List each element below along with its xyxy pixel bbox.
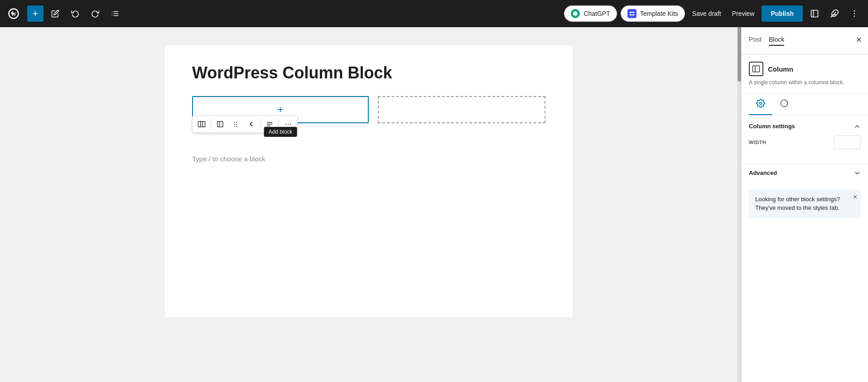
block-name: Column xyxy=(768,65,793,73)
svg-point-31 xyxy=(288,124,289,125)
column-settings-header[interactable]: Column settings xyxy=(749,123,861,130)
save-draft-button[interactable]: Save draft xyxy=(689,10,725,17)
right-panel: Post Block Column A single col xyxy=(741,27,868,382)
template-kits-button[interactable]: Template Kits xyxy=(621,5,685,22)
close-icon xyxy=(855,36,863,43)
template-kits-icon xyxy=(627,9,637,18)
plugins-button[interactable] xyxy=(826,5,843,22)
editor-canvas: WordPress Column Block + Add block Type … xyxy=(165,45,573,317)
top-toolbar: W + xyxy=(0,0,868,27)
svg-point-29 xyxy=(236,126,237,126)
notification-box: Looking for other block settings? They'v… xyxy=(749,189,861,218)
plugins-icon xyxy=(830,9,839,18)
edit-button[interactable] xyxy=(47,5,63,22)
undo-icon xyxy=(71,10,79,18)
svg-point-37 xyxy=(760,102,762,104)
svg-text:W: W xyxy=(11,11,17,17)
svg-point-26 xyxy=(234,124,235,125)
toolbar-divider-2 xyxy=(260,119,260,130)
columns-view-button[interactable] xyxy=(194,117,209,131)
svg-point-18 xyxy=(854,16,855,17)
list-view-button[interactable] xyxy=(107,5,123,22)
block-info: Column A single column within a columns … xyxy=(742,54,868,94)
type-hint: Type / to choose a block xyxy=(192,155,545,163)
panel-header: Post Block xyxy=(742,27,868,54)
svg-rect-9 xyxy=(632,12,634,14)
column-settings-title: Column settings xyxy=(749,123,795,130)
svg-point-27 xyxy=(236,124,237,125)
notification-close-button[interactable]: × xyxy=(853,193,857,201)
more-options-button[interactable] xyxy=(846,5,863,22)
editor-scrollbar[interactable] xyxy=(738,27,741,382)
block-icon xyxy=(749,62,763,76)
styles-tab[interactable] xyxy=(772,94,796,115)
svg-rect-19 xyxy=(198,121,205,127)
redo-button[interactable] xyxy=(87,5,103,22)
advanced-expand-icon xyxy=(854,169,861,177)
styles-tab-icon xyxy=(780,99,789,108)
svg-rect-8 xyxy=(630,12,632,14)
width-input[interactable] xyxy=(834,135,861,149)
advanced-header[interactable]: Advanced xyxy=(742,164,868,182)
navigate-button[interactable] xyxy=(244,117,258,131)
svg-point-25 xyxy=(236,121,237,122)
style-tabs xyxy=(742,94,868,116)
block-tab[interactable]: Block xyxy=(769,36,784,46)
list-view-icon xyxy=(111,10,119,18)
view-icon xyxy=(810,9,819,18)
main-area: WordPress Column Block + Add block Type … xyxy=(0,27,868,382)
toolbar-divider xyxy=(211,119,211,130)
close-panel-button[interactable] xyxy=(855,36,863,45)
scrollbar-thumb xyxy=(738,27,741,82)
svg-rect-11 xyxy=(632,14,634,16)
post-tab[interactable]: Post xyxy=(749,36,762,46)
template-kits-label: Template Kits xyxy=(640,10,678,17)
publish-button[interactable]: Publish xyxy=(762,5,803,22)
svg-point-30 xyxy=(285,124,286,125)
column-icon xyxy=(216,120,224,128)
preview-button[interactable]: Preview xyxy=(728,10,758,17)
svg-point-32 xyxy=(290,124,291,125)
advanced-section: Advanced xyxy=(742,164,868,182)
width-label: WIDTH xyxy=(749,140,767,145)
svg-rect-35 xyxy=(753,66,760,72)
chatgpt-button[interactable]: ChatGPT xyxy=(564,5,617,22)
svg-rect-12 xyxy=(811,10,818,17)
svg-point-24 xyxy=(234,121,235,122)
section-collapse-icon xyxy=(854,123,861,130)
chatgpt-label: ChatGPT xyxy=(583,10,610,17)
svg-rect-22 xyxy=(217,121,223,127)
svg-point-28 xyxy=(234,126,235,126)
column-view-button[interactable] xyxy=(213,117,227,131)
add-block-inner-button[interactable]: + xyxy=(273,102,288,117)
notification-text: Looking for other block settings? They'v… xyxy=(755,196,840,212)
more-options-icon xyxy=(850,9,859,18)
add-block-button[interactable]: + xyxy=(27,5,43,22)
advanced-title: Advanced xyxy=(749,169,777,176)
width-field-row: WIDTH xyxy=(749,135,861,149)
page-title[interactable]: WordPress Column Block xyxy=(192,63,545,82)
svg-point-17 xyxy=(854,13,855,15)
column-settings-section: Column settings WIDTH xyxy=(742,116,868,162)
column-right[interactable] xyxy=(378,96,545,123)
column-block-icon xyxy=(752,65,760,73)
columns-icon xyxy=(198,120,206,128)
block-info-header: Column xyxy=(749,62,861,76)
settings-tab[interactable] xyxy=(749,94,772,115)
navigate-icon xyxy=(247,120,255,128)
wp-logo[interactable]: W xyxy=(5,5,22,22)
undo-button[interactable] xyxy=(67,5,83,22)
settings-tab-icon xyxy=(756,99,765,108)
editor-area[interactable]: WordPress Column Block + Add block Type … xyxy=(0,27,738,382)
view-button[interactable] xyxy=(806,5,823,22)
add-block-tooltip: Add block xyxy=(264,127,297,137)
svg-point-16 xyxy=(854,10,855,12)
svg-rect-10 xyxy=(630,14,632,16)
drag-icon xyxy=(231,120,240,128)
chatgpt-icon xyxy=(571,9,580,18)
redo-icon xyxy=(91,10,99,18)
drag-handle-button[interactable] xyxy=(228,117,243,131)
block-description: A single column within a columns block. xyxy=(749,79,861,87)
pencil-icon xyxy=(51,10,59,18)
